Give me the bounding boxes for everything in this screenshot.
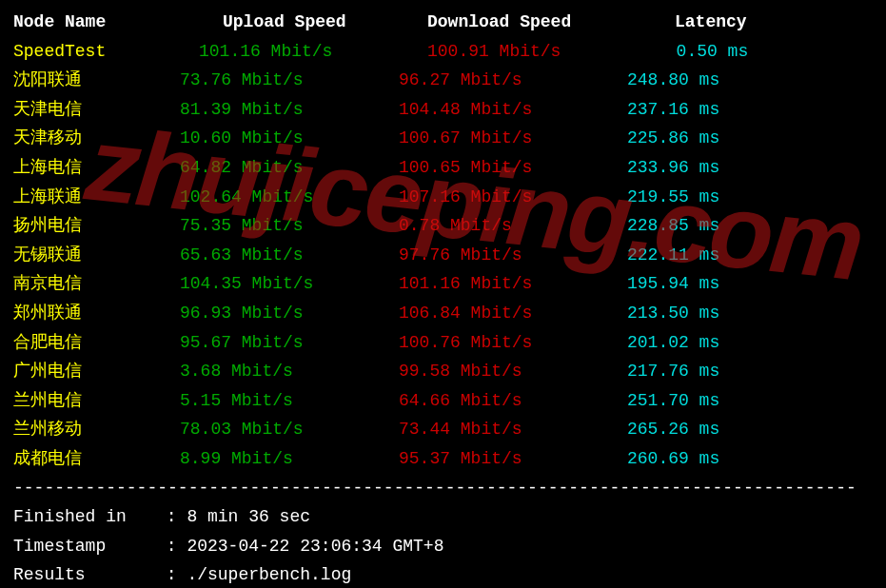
row-upload: 75.35 Mbit/s <box>180 211 399 241</box>
row-upload: 73.76 Mbit/s <box>180 66 399 95</box>
row-upload: 8.99 Mbit/s <box>180 444 399 474</box>
row-upload: 102.64 Mbit/s <box>180 183 399 212</box>
speedtest-row: SpeedTest 101.16 Mbit/s 100.91 Mbit/s 0.… <box>13 37 873 67</box>
table-row: 广州电信3.68 Mbit/s99.58 Mbit/s217.76 ms <box>13 357 873 386</box>
row-download: 100.76 Mbit/s <box>399 328 627 358</box>
row-node: 扬州电信 <box>13 211 180 241</box>
row-download: 97.76 Mbit/s <box>399 241 627 270</box>
row-upload: 81.39 Mbit/s <box>180 95 399 125</box>
row-upload: 64.82 Mbit/s <box>180 153 399 183</box>
row-download: 101.16 Mbit/s <box>399 269 627 299</box>
table-row: 天津电信81.39 Mbit/s104.48 Mbit/s237.16 ms <box>13 95 873 125</box>
row-download: 104.48 Mbit/s <box>399 95 627 125</box>
row-download: 64.66 Mbit/s <box>399 386 627 416</box>
header-download: Download Speed <box>399 8 627 37</box>
row-node: 广州电信 <box>13 357 180 386</box>
row-latency: 225.86 ms <box>627 124 719 153</box>
row-latency: 233.96 ms <box>627 153 719 183</box>
results-label: Results <box>13 560 156 588</box>
row-latency: 228.85 ms <box>627 211 719 241</box>
row-node: 上海电信 <box>13 153 180 183</box>
row-upload: 5.15 Mbit/s <box>180 386 399 416</box>
row-node: 天津移动 <box>13 124 180 153</box>
table-row: 扬州电信75.35 Mbit/s0.78 Mbit/s228.85 ms <box>13 211 873 241</box>
row-node: 兰州移动 <box>13 415 180 444</box>
row-node: 无锡联通 <box>13 241 180 270</box>
row-node: 郑州联通 <box>13 299 180 328</box>
footer-timestamp: Timestamp : 2023-04-22 23:06:34 GMT+8 <box>13 532 873 561</box>
table-header: Node Name Upload Speed Download Speed La… <box>13 8 873 37</box>
speedtest-download: 100.91 Mbit/s <box>399 37 627 67</box>
row-upload: 95.67 Mbit/s <box>180 328 399 358</box>
row-download: 106.84 Mbit/s <box>399 299 627 328</box>
table-row: 天津移动10.60 Mbit/s100.67 Mbit/s225.86 ms <box>13 124 873 153</box>
row-node: 合肥电信 <box>13 328 180 358</box>
table-row: 无锡联通65.63 Mbit/s97.76 Mbit/s222.11 ms <box>13 241 873 270</box>
row-upload: 10.60 Mbit/s <box>180 124 399 153</box>
table-row: 上海联通102.64 Mbit/s107.16 Mbit/s219.55 ms <box>13 183 873 212</box>
row-latency: 219.55 ms <box>627 183 719 212</box>
row-download: 73.44 Mbit/s <box>399 415 627 444</box>
footer-results: Results : ./superbench.log <box>13 560 873 588</box>
table-row: 上海电信64.82 Mbit/s100.65 Mbit/s233.96 ms <box>13 153 873 183</box>
row-node: 天津电信 <box>13 95 180 125</box>
row-latency: 217.76 ms <box>627 357 719 386</box>
row-latency: 251.70 ms <box>627 386 719 416</box>
table-row: 郑州联通96.93 Mbit/s106.84 Mbit/s213.50 ms <box>13 299 873 328</box>
table-row: 合肥电信95.67 Mbit/s100.76 Mbit/s201.02 ms <box>13 328 873 358</box>
table-row: 成都电信8.99 Mbit/s95.37 Mbit/s260.69 ms <box>13 444 873 474</box>
finished-value: 8 min 36 sec <box>187 507 310 526</box>
results-value: ./superbench.log <box>187 565 351 584</box>
divider-line: ----------------------------------------… <box>13 474 873 503</box>
row-download: 100.67 Mbit/s <box>399 124 627 153</box>
row-upload: 3.68 Mbit/s <box>180 357 399 386</box>
row-download: 0.78 Mbit/s <box>399 211 627 241</box>
row-latency: 260.69 ms <box>627 444 719 474</box>
row-upload: 65.63 Mbit/s <box>180 241 399 270</box>
header-node: Node Name <box>13 8 180 37</box>
row-node: 兰州电信 <box>13 386 180 416</box>
speedtest-latency: 0.50 ms <box>627 37 748 67</box>
row-latency: 201.02 ms <box>627 328 719 358</box>
footer-finished: Finished in : 8 min 36 sec <box>13 502 873 532</box>
row-node: 沈阳联通 <box>13 66 180 95</box>
row-latency: 195.94 ms <box>627 269 719 299</box>
table-row: 兰州电信5.15 Mbit/s64.66 Mbit/s251.70 ms <box>13 386 873 416</box>
speedtest-node: SpeedTest <box>13 37 180 67</box>
finished-label: Finished in <box>13 502 156 532</box>
row-latency: 213.50 ms <box>627 299 719 328</box>
row-latency: 265.26 ms <box>627 415 719 444</box>
table-row: 兰州移动78.03 Mbit/s73.44 Mbit/s265.26 ms <box>13 415 873 444</box>
header-upload: Upload Speed <box>180 8 399 37</box>
row-upload: 96.93 Mbit/s <box>180 299 399 328</box>
row-node: 上海联通 <box>13 183 180 212</box>
row-latency: 248.80 ms <box>627 66 719 95</box>
row-node: 南京电信 <box>13 269 180 299</box>
timestamp-label: Timestamp <box>13 532 156 561</box>
row-node: 成都电信 <box>13 444 180 474</box>
row-latency: 222.11 ms <box>627 241 719 270</box>
header-latency: Latency <box>627 8 747 37</box>
table-row: 南京电信104.35 Mbit/s101.16 Mbit/s195.94 ms <box>13 269 873 299</box>
table-row: 沈阳联通73.76 Mbit/s96.27 Mbit/s248.80 ms <box>13 66 873 95</box>
speedtest-upload: 101.16 Mbit/s <box>180 37 399 67</box>
row-download: 100.65 Mbit/s <box>399 153 627 183</box>
row-download: 96.27 Mbit/s <box>399 66 627 95</box>
row-latency: 237.16 ms <box>627 95 719 125</box>
row-upload: 78.03 Mbit/s <box>180 415 399 444</box>
timestamp-value: 2023-04-22 23:06:34 GMT+8 <box>187 537 443 556</box>
row-upload: 104.35 Mbit/s <box>180 269 399 299</box>
row-download: 107.16 Mbit/s <box>399 183 627 212</box>
row-download: 95.37 Mbit/s <box>399 444 627 474</box>
row-download: 99.58 Mbit/s <box>399 357 627 386</box>
